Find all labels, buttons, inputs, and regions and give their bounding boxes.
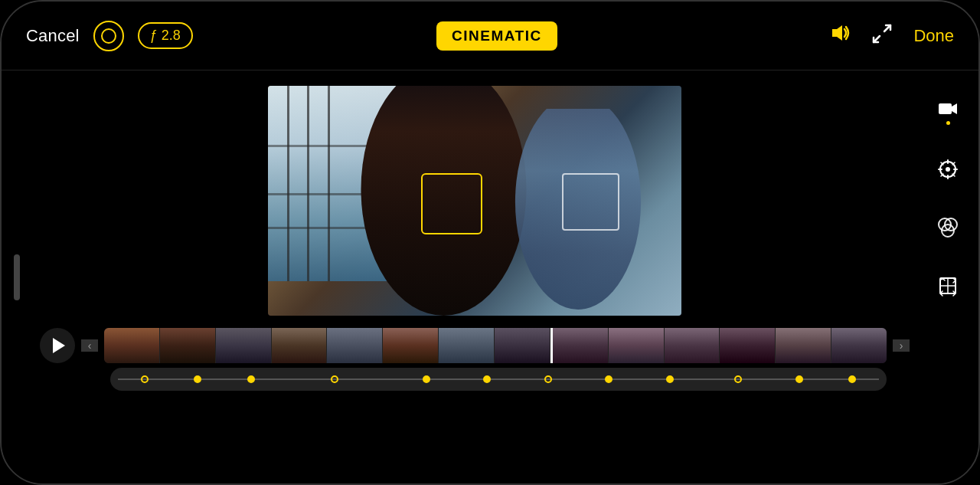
filmstrip-frame [776,328,831,363]
play-button[interactable] [40,328,75,363]
top-center: CINEMATIC [436,21,557,51]
focus-dot[interactable] [734,375,742,383]
filmstrip-frame [831,328,887,363]
focus-dot-active[interactable] [605,375,612,383]
volume-button[interactable] [829,22,851,49]
focus-dot-active[interactable] [194,375,201,383]
focus-dot-active[interactable] [666,375,674,383]
timeline-area: ‹ [32,328,917,391]
svg-marker-0 [832,25,842,41]
scroll-indicator [14,254,20,300]
focus-track-line [118,378,879,380]
right-toolbar [917,70,978,483]
filmstrip-frame [495,328,550,363]
cancel-button[interactable]: Cancel [26,26,80,46]
expand-icon [872,24,892,44]
adjust-tool[interactable] [930,152,965,187]
focus-dot-active[interactable] [483,375,491,383]
filmstrip-frame [720,328,775,363]
focus-dot-active[interactable] [423,375,430,383]
filmstrip-row: ‹ [40,328,910,363]
filmstrip-frames [104,328,887,363]
focus-dot[interactable] [544,375,552,383]
aperture-label: ƒ 2.8 [150,28,181,44]
video-camera-icon [937,98,959,120]
active-indicator [946,121,950,125]
filmstrip [104,328,887,363]
color-circles-icon [937,217,959,238]
top-bar: Cancel ƒ 2.8 CINEMATIC [2,2,978,70]
focus-track [110,368,887,391]
window-bar [307,86,309,281]
video-camera-tool[interactable] [930,93,965,129]
filmstrip-frame [327,328,382,363]
svg-rect-3 [939,103,952,114]
filmstrip-frame [104,328,159,363]
play-icon [53,338,65,353]
focus-inner-circle [101,28,116,44]
svg-point-6 [946,167,950,172]
filmstrip-frame [665,328,720,363]
filmstrip-frame [609,328,664,363]
focus-dot-active[interactable] [795,375,803,383]
color-tool[interactable] [930,210,965,245]
video-area: ‹ [32,70,917,483]
filmstrip-frame [160,328,215,363]
top-left-controls: Cancel ƒ 2.8 [26,21,193,51]
volume-icon [829,22,851,44]
filmstrip-left-chevron[interactable]: ‹ [81,339,98,352]
filmstrip-frame [216,328,271,363]
filmstrip-frame [272,328,327,363]
window-bar [287,86,289,281]
focus-dot[interactable] [331,375,338,383]
focus-dot[interactable] [141,375,149,383]
top-right-controls: Done [801,22,954,49]
window-bar [328,86,330,281]
focus-button[interactable] [93,21,124,51]
focus-track-row: ‹ [40,368,910,391]
aperture-button[interactable]: ƒ 2.8 [138,22,193,49]
focus-dot-active[interactable] [247,375,255,383]
filmstrip-right-chevron[interactable]: › [893,339,910,352]
filmstrip-frame [439,328,494,363]
cinematic-badge: CINEMATIC [436,21,557,51]
filmstrip-frame [383,328,438,363]
focus-box-primary [421,173,482,234]
video-preview [268,86,681,316]
phone-frame: Cancel ƒ 2.8 CINEMATIC [0,0,980,485]
expand-button[interactable] [872,24,892,48]
filmstrip-frame [550,328,608,363]
left-scroll-handle [2,70,32,483]
adjust-icon [937,159,959,180]
transform-tool[interactable] [930,268,965,303]
video-background [268,86,681,316]
done-button[interactable]: Done [913,26,954,46]
focus-dot-active[interactable] [848,375,856,383]
focus-box-secondary [562,173,619,231]
main-content: ‹ [2,70,978,483]
svg-marker-4 [952,103,957,114]
transform-icon [937,275,959,297]
